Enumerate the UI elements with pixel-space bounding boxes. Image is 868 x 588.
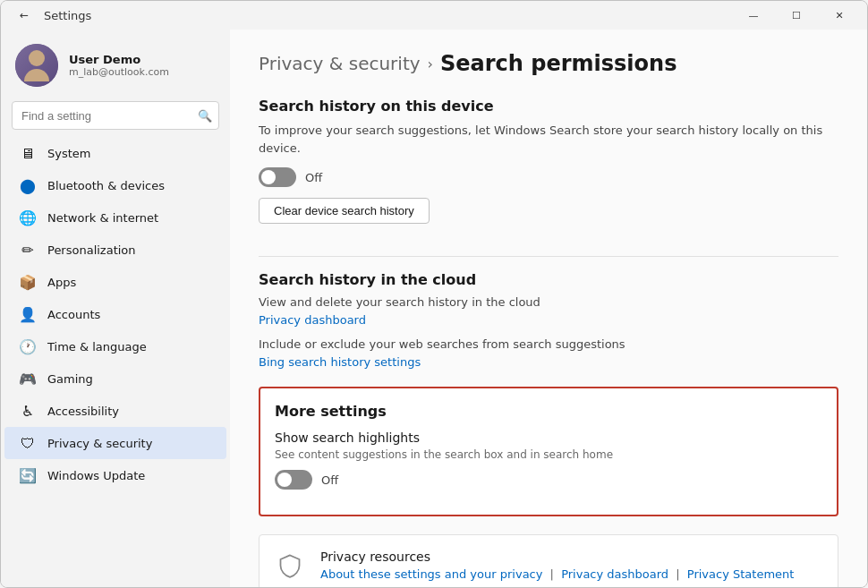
system-icon: 🖥 [19,144,37,162]
gaming-icon: 🎮 [19,370,37,388]
search-box: 🔍 [12,101,219,130]
personalization-icon: ✏️ [19,241,37,259]
breadcrumb-separator: › [428,55,433,72]
minimize-button[interactable]: — [733,1,774,30]
show-highlights-desc: See content suggestions in the search bo… [275,448,822,461]
privacy-links: About these settings and your privacy | … [320,567,794,581]
more-settings-title: More settings [275,403,822,420]
minimize-icon: — [749,10,759,21]
privacy-dashboard-link-2[interactable]: Privacy dashboard [561,567,668,581]
close-button[interactable]: ✕ [819,1,860,30]
pipe-sep-1: | [550,567,554,581]
search-history-device-title: Search history on this device [259,98,838,115]
sidebar-item-label: Time & language [47,340,147,354]
sidebar: User Demo m_lab@outlook.com 🔍 🖥 System ⬤… [1,30,230,587]
title-bar: ← Settings — ☐ ✕ [1,1,867,30]
user-name: User Demo [69,53,169,66]
breadcrumb-parent[interactable]: Privacy & security [259,53,421,74]
clear-device-search-history-button[interactable]: Clear device search history [259,198,430,224]
sidebar-item-network[interactable]: 🌐 Network & internet [4,201,226,234]
cloud-include-desc: Include or exclude your web searches fro… [259,337,838,351]
sidebar-nav: 🖥 System ⬤ Bluetooth & devices 🌐 Network… [1,137,230,491]
highlights-toggle-label: Off [321,473,338,487]
about-settings-link[interactable]: About these settings and your privacy [320,567,542,581]
sidebar-item-label: System [47,147,90,160]
accounts-icon: 👤 [19,305,37,323]
maximize-button[interactable]: ☐ [776,1,817,30]
privacy-resources-section: Privacy resources About these settings a… [259,534,838,587]
cloud-view-delete-sub: View and delete your search history in t… [259,295,838,327]
shield-icon [274,550,306,582]
sidebar-item-label: Windows Update [47,469,145,482]
sidebar-item-windows-update[interactable]: 🔄 Windows Update [4,459,226,491]
apps-icon: 📦 [19,273,37,291]
sidebar-item-accounts[interactable]: 👤 Accounts [4,298,226,330]
search-history-device-toggle-row: Off [259,167,838,187]
more-settings-box: More settings Show search highlights See… [259,387,838,516]
pipe-sep-2: | [676,567,679,581]
time-icon: 🕐 [19,337,37,355]
privacy-resources-content: Privacy resources About these settings a… [320,550,794,581]
toggle-thumb [261,170,276,184]
sidebar-item-time[interactable]: 🕐 Time & language [4,330,226,362]
accessibility-icon: ♿ [19,402,37,420]
content-area: Privacy & security › Search permissions … [230,30,867,587]
sidebar-item-bluetooth[interactable]: ⬤ Bluetooth & devices [4,169,226,201]
title-bar-left: ← Settings [12,3,91,28]
cloud-view-desc: View and delete your search history in t… [259,295,838,309]
app-body: User Demo m_lab@outlook.com 🔍 🖥 System ⬤… [1,30,867,587]
privacy-resources-title: Privacy resources [320,550,794,564]
cloud-include-sub: Include or exclude your web searches fro… [259,337,838,369]
window-controls: — ☐ ✕ [733,1,860,30]
privacy-icon: 🛡 [19,434,37,452]
sidebar-item-label: Privacy & security [47,437,152,450]
breadcrumb: Privacy & security › Search permissions [259,51,838,76]
toggle-thumb [277,473,292,487]
avatar-head [29,50,45,66]
clear-btn-label: Clear device search history [274,204,414,217]
breadcrumb-current: Search permissions [440,51,677,76]
search-icon: 🔍 [198,109,212,123]
bluetooth-icon: ⬤ [19,176,37,194]
avatar [15,44,58,87]
back-icon: ← [20,9,29,21]
search-history-device-toggle-label: Off [305,171,322,184]
show-highlights-label: Show search highlights [275,430,822,445]
network-icon: 🌐 [19,209,37,226]
sidebar-item-apps[interactable]: 📦 Apps [4,266,226,298]
sidebar-item-label: Accessibility [47,405,119,418]
avatar-body [24,69,49,81]
user-profile[interactable]: User Demo m_lab@outlook.com [1,30,230,101]
sidebar-item-system[interactable]: 🖥 System [4,137,226,169]
back-button[interactable]: ← [12,3,37,28]
search-history-cloud-title: Search history in the cloud [259,271,838,288]
sidebar-item-gaming[interactable]: 🎮 Gaming [4,362,226,395]
search-history-cloud-section: Search history in the cloud View and del… [259,271,838,369]
privacy-statement-link[interactable]: Privacy Statement [687,567,795,581]
sidebar-item-privacy[interactable]: 🛡 Privacy & security [4,427,226,459]
user-info: User Demo m_lab@outlook.com [69,53,169,78]
sidebar-item-label: Gaming [47,372,93,386]
search-history-device-toggle[interactable] [259,167,296,187]
sidebar-item-accessibility[interactable]: ♿ Accessibility [4,395,226,427]
bing-link[interactable]: Bing search history settings [259,355,421,369]
highlights-toggle[interactable] [275,470,312,490]
close-icon: ✕ [835,10,843,21]
sidebar-item-label: Personalization [47,243,136,257]
sidebar-item-personalization[interactable]: ✏️ Personalization [4,234,226,266]
sidebar-item-label: Network & internet [47,211,158,225]
privacy-dashboard-link[interactable]: Privacy dashboard [259,313,366,327]
user-email: m_lab@outlook.com [69,66,169,78]
search-history-device-section: Search history on this device To improve… [259,98,838,238]
sidebar-item-label: Accounts [47,308,100,321]
search-input[interactable] [12,101,219,130]
divider-1 [259,256,838,257]
maximize-icon: ☐ [792,10,801,21]
update-icon: 🔄 [19,466,37,484]
sidebar-item-label: Bluetooth & devices [47,179,165,192]
sidebar-item-label: Apps [47,276,76,289]
highlights-toggle-row: Off [275,470,822,490]
window-title: Settings [44,9,91,22]
settings-window: ← Settings — ☐ ✕ [0,0,868,588]
search-history-device-desc: To improve your search suggestions, let … [259,122,838,157]
